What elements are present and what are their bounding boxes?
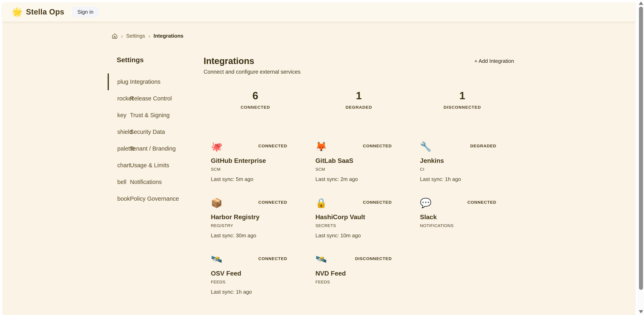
octopus-icon: 🐙 — [211, 142, 222, 152]
last-sync-text: Last sync: 5m ago — [211, 176, 287, 182]
last-sync-text: Last sync: 2m ago — [316, 176, 392, 182]
stat-value: 1 — [307, 90, 410, 102]
card-header-row: 🛰️ DISCONNECTED — [316, 254, 392, 264]
status-badge: CONNECTED — [467, 200, 496, 205]
sidebar-item-label: Policy Governance — [130, 195, 179, 202]
lock-icon: 🔒 — [316, 198, 327, 208]
status-badge: CONNECTED — [363, 144, 392, 148]
app-window: 🌟 Stella Ops Sign in › Settings › Integr… — [2, 3, 636, 315]
breadcrumb-separator: › — [121, 33, 123, 39]
integration-type: SCM — [316, 167, 392, 172]
status-badge: CONNECTED — [258, 144, 287, 148]
sidebar-item-label: Notifications — [130, 179, 162, 185]
last-sync-text: Last sync: 10m ago — [316, 232, 392, 239]
plug-icon: plug — [117, 79, 130, 85]
wrench-icon: 🔧 — [420, 142, 431, 152]
card-header-row: 🔒 CONNECTED — [316, 198, 392, 208]
integration-name: HashiCorp Vault — [316, 213, 392, 221]
card-header-row: 🐙 CONNECTED — [211, 142, 287, 152]
satellite-icon: 🛰️ — [316, 254, 327, 264]
last-sync-text: Last sync: 30m ago — [211, 232, 287, 239]
fox-icon: 🦊 — [316, 142, 327, 152]
integration-type: FEEDS — [316, 279, 392, 284]
sidebar-item-label: Security Data — [130, 129, 165, 135]
columns-layout: Settings plugIntegrations rocketRelease … — [108, 56, 514, 298]
stat-label: DISCONNECTED — [410, 105, 514, 110]
status-badge: DEGRADED — [470, 144, 496, 148]
integration-name: GitHub Enterprise — [211, 157, 287, 164]
integration-name: NVD Feed — [316, 270, 392, 277]
settings-sidebar: Settings plugIntegrations rocketRelease … — [108, 56, 204, 298]
page-header: Integrations Connect and configure exter… — [204, 56, 514, 75]
sidebar-item-label: Trust & Signing — [130, 112, 170, 118]
integration-type: FEEDS — [211, 279, 287, 284]
integration-name: Harbor Registry — [211, 213, 287, 221]
status-badge: DISCONNECTED — [355, 256, 392, 261]
breadcrumb-separator: › — [148, 33, 150, 39]
app-title: Stella Ops — [26, 8, 64, 16]
top-bar: 🌟 Stella Ops Sign in — [2, 3, 636, 22]
integration-type: SCM — [211, 167, 287, 172]
shield-icon: shield — [117, 129, 130, 135]
card-header-row: 🛰️ CONNECTED — [211, 254, 287, 264]
sidebar-title: Settings — [117, 56, 204, 64]
stella-ops-logo-star-icon: 🌟 — [12, 8, 23, 17]
integration-name: GitLab SaaS — [316, 157, 392, 164]
add-integration-button[interactable]: + Add Integration — [474, 58, 514, 64]
sign-in-button[interactable]: Sign in — [72, 7, 99, 17]
page-title: Integrations — [204, 56, 300, 66]
status-summary: 6 CONNECTED 1 DEGRADED 1 DISCONNECTED — [204, 90, 514, 110]
stat-label: CONNECTED — [204, 105, 307, 110]
sidebar-nav-list: plugIntegrations rocketRelease Control k… — [108, 74, 204, 207]
package-icon: 📦 — [211, 198, 222, 208]
breadcrumb: › Settings › Integrations — [108, 33, 514, 39]
sidebar-item-label: Release Control — [130, 95, 172, 102]
integration-type: NOTIFICATIONS — [420, 223, 496, 228]
satellite-icon: 🛰️ — [211, 254, 222, 264]
scroll-down-arrow-icon[interactable] — [639, 310, 643, 313]
content-wrapper: › Settings › Integrations Settings plugI… — [108, 33, 514, 298]
status-badge: CONNECTED — [258, 200, 287, 205]
integration-name: Slack — [420, 213, 496, 221]
bell-icon: bell — [117, 179, 130, 185]
speech-balloon-icon: 💬 — [420, 198, 431, 208]
page-subtitle: Connect and configure external services — [204, 69, 300, 75]
stat-value: 1 — [410, 90, 514, 102]
home-icon[interactable] — [112, 33, 118, 39]
vertical-scrollbar[interactable] — [638, 0, 644, 315]
palette-icon: palette — [117, 145, 130, 152]
card-header-row: 💬 CONNECTED — [420, 198, 496, 208]
scrollbar-thumb[interactable] — [639, 7, 643, 290]
sidebar-item-label: Tenant / Branding — [130, 145, 176, 152]
rocket-icon: rocket — [117, 95, 130, 102]
sidebar-item-label: Usage & Limits — [130, 162, 169, 168]
book-icon: book — [117, 195, 130, 202]
key-icon: key — [117, 112, 130, 119]
stat-value: 6 — [204, 90, 307, 102]
integration-type: CI — [420, 167, 496, 172]
last-sync-text: Last sync: 1h ago — [211, 289, 287, 295]
scroll-up-arrow-icon[interactable] — [639, 2, 643, 5]
sidebar-item-label: Integrations — [130, 79, 160, 85]
breadcrumb-current-page: Integrations — [154, 33, 184, 39]
integration-type: SECRETS — [316, 223, 392, 228]
integration-type: REGISTRY — [211, 223, 287, 228]
status-badge: CONNECTED — [258, 256, 287, 261]
card-header-row: 📦 CONNECTED — [211, 198, 287, 208]
chart-icon: chart — [117, 162, 130, 169]
integration-name: Jenkins — [420, 157, 496, 164]
last-sync-text: Last sync: 1h ago — [420, 176, 496, 182]
stat-label: DEGRADED — [307, 105, 410, 110]
card-header-row: 🔧 DEGRADED — [420, 142, 496, 152]
breadcrumb-settings-link[interactable]: Settings — [126, 33, 145, 39]
integration-cards-grid: 🐙 CONNECTED GitHub Enterprise SCM Last s… — [204, 139, 514, 298]
page-header-text: Integrations Connect and configure exter… — [204, 56, 300, 75]
card-header-row: 🦊 CONNECTED — [316, 142, 392, 152]
integrations-main: Integrations Connect and configure exter… — [204, 56, 514, 298]
integration-name: OSV Feed — [211, 270, 287, 277]
status-badge: CONNECTED — [363, 200, 392, 205]
